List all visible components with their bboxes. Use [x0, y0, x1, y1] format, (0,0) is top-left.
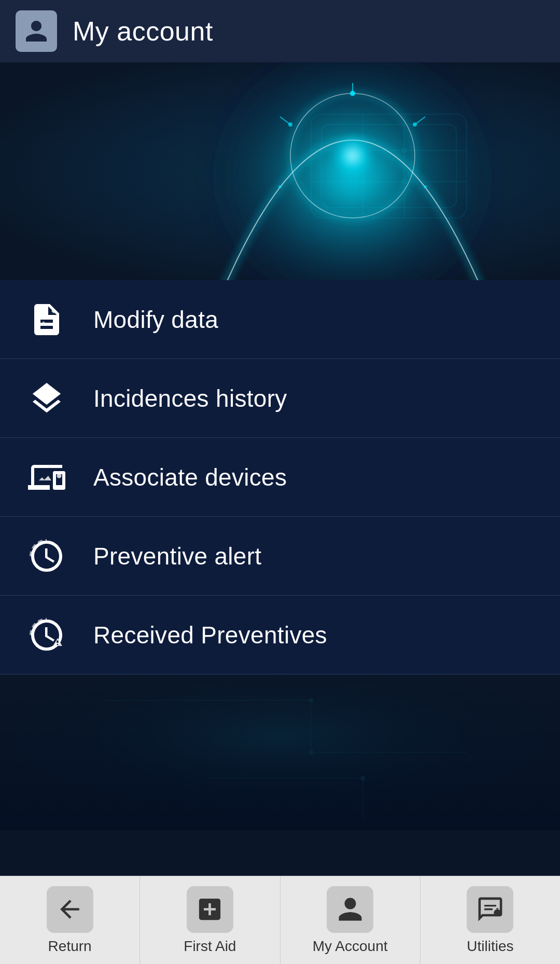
svg-point-23	[57, 643, 59, 645]
svg-point-28	[309, 698, 313, 703]
return-icon	[55, 895, 84, 924]
clock-alert-icon-wrap	[16, 525, 78, 587]
svg-point-21	[402, 179, 407, 184]
svg-rect-24	[0, 674, 560, 830]
svg-rect-13	[321, 125, 456, 208]
avatar	[16, 10, 57, 52]
nav-item-my-account[interactable]: My Account	[281, 876, 421, 964]
user-icon	[23, 18, 49, 44]
nav-item-first-aid[interactable]: First Aid	[140, 876, 280, 964]
first-aid-icon	[195, 895, 224, 924]
devices-icon	[28, 459, 65, 496]
layers-icon	[28, 380, 65, 417]
menu-label-associate-devices: Associate devices	[93, 463, 287, 491]
utilities-icon	[476, 895, 505, 924]
menu-item-preventive-alert[interactable]: Preventive alert	[0, 517, 560, 596]
bottom-navigation: Return First Aid My Account Utilities	[0, 876, 560, 964]
menu-item-modify-data[interactable]: Modify data	[0, 280, 560, 359]
svg-point-18	[360, 148, 366, 153]
page-title: My account	[73, 16, 213, 47]
svg-point-19	[402, 148, 407, 153]
menu-item-associate-devices[interactable]: Associate devices	[0, 438, 560, 517]
nav-label-return: Return	[48, 938, 92, 955]
edit-document-icon-wrap	[16, 288, 78, 351]
menu-item-incidences-history[interactable]: Incidences history	[0, 359, 560, 438]
nav-label-utilities: Utilities	[467, 938, 513, 955]
header: My account	[0, 0, 560, 62]
menu-label-received-preventives: Received Preventives	[93, 621, 327, 649]
return-icon-box	[47, 886, 93, 933]
svg-rect-12	[311, 114, 467, 218]
circuit-background	[0, 62, 560, 280]
edit-document-icon	[28, 301, 65, 338]
layers-icon-wrap	[16, 367, 78, 430]
menu-label-preventive-alert: Preventive alert	[93, 542, 261, 570]
menu-item-received-preventives[interactable]: Received Preventives	[0, 596, 560, 674]
svg-point-32	[361, 776, 365, 780]
svg-point-22	[57, 473, 62, 478]
my-account-nav-icon	[336, 895, 365, 924]
my-account-icon-box	[327, 886, 373, 933]
nav-item-return[interactable]: Return	[0, 876, 140, 964]
svg-point-29	[309, 750, 313, 754]
nav-label-first-aid: First Aid	[184, 938, 236, 955]
svg-point-20	[360, 179, 366, 184]
nav-item-utilities[interactable]: Utilities	[421, 876, 560, 964]
menu-label-modify-data: Modify data	[93, 306, 218, 334]
nav-label-my-account: My Account	[313, 938, 388, 955]
svg-point-33	[494, 910, 501, 917]
clock-warning-icon	[28, 616, 65, 654]
first-aid-icon-box	[187, 886, 233, 933]
menu-label-incidences-history: Incidences history	[93, 384, 287, 412]
hero-banner	[0, 62, 560, 280]
clock-alert-icon	[28, 538, 65, 575]
clock-warning-icon-wrap	[16, 604, 78, 666]
background-fill	[0, 674, 560, 830]
menu-list: Modify data Incidences history Associate…	[0, 280, 560, 674]
utilities-icon-box	[467, 886, 513, 933]
devices-icon-wrap	[16, 446, 78, 508]
